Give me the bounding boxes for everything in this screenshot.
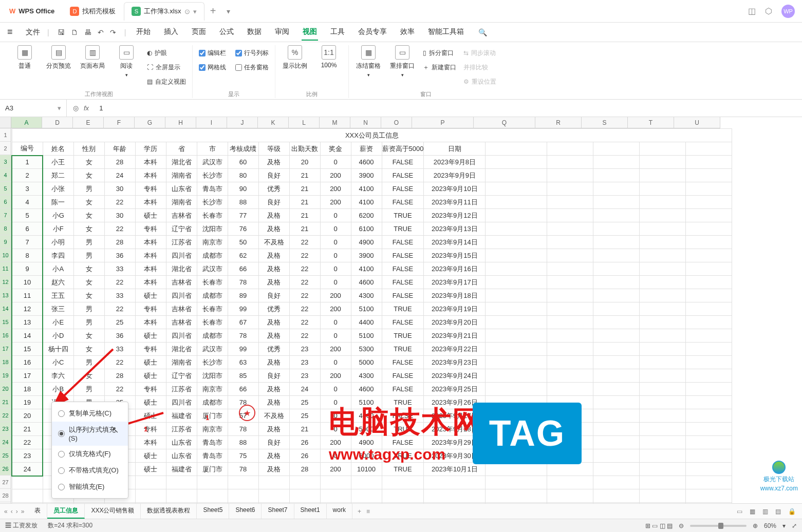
cell[interactable]: 0 <box>320 356 351 369</box>
cell[interactable] <box>258 476 289 489</box>
row-header[interactable]: 1 <box>0 128 11 142</box>
header-cell[interactable] <box>640 142 686 156</box>
cell[interactable]: 女 <box>73 169 104 182</box>
cell[interactable]: 4100 <box>351 196 382 209</box>
row-header[interactable]: 9 <box>0 235 11 249</box>
cell[interactable]: TRUE <box>382 209 424 222</box>
header-cell[interactable]: 市 <box>197 142 228 156</box>
cell[interactable]: 0 <box>320 276 351 289</box>
cube-icon[interactable]: ⬡ <box>765 6 772 16</box>
cell[interactable]: 山东省 <box>166 182 197 196</box>
cell[interactable]: 及格 <box>258 423 289 436</box>
cell[interactable]: 78 <box>228 329 258 343</box>
cell[interactable] <box>228 489 258 503</box>
cell[interactable] <box>593 476 640 489</box>
menu-会员专享[interactable]: 会员专享 <box>357 24 388 41</box>
sheet-tab[interactable]: 员工信息 <box>47 504 85 519</box>
cell[interactable]: 及格 <box>258 316 289 329</box>
cell[interactable]: 22 <box>289 302 320 316</box>
cell[interactable]: 2023年9月21日 <box>424 329 486 343</box>
cell[interactable]: 硕士 <box>135 449 166 463</box>
cell[interactable]: TRUE <box>382 222 424 236</box>
cell[interactable]: 22 <box>289 262 320 276</box>
cell[interactable]: 22 <box>104 302 135 316</box>
cell[interactable]: 长春市 <box>197 209 228 222</box>
col-header-F[interactable]: F <box>104 117 135 128</box>
cell[interactable]: 4400 <box>351 316 382 329</box>
cell[interactable]: 12 <box>12 302 43 316</box>
cell[interactable] <box>486 356 547 369</box>
menu-公式[interactable]: 公式 <box>218 24 235 41</box>
sheet-prev-icon[interactable]: ‹ <box>11 508 13 515</box>
cell[interactable]: 22 <box>289 289 320 302</box>
fill-option[interactable]: 智能填充(E) <box>52 479 128 495</box>
cell[interactable]: 及格 <box>258 356 289 369</box>
cell[interactable] <box>547 329 593 343</box>
cell[interactable]: FALSE <box>382 156 424 169</box>
row-header[interactable]: 25 <box>0 449 11 462</box>
cell[interactable] <box>593 302 640 316</box>
cell[interactable]: FALSE <box>382 383 424 396</box>
fill-option[interactable]: 复制单元格(C) <box>52 405 128 422</box>
cell[interactable]: 专科 <box>135 343 166 356</box>
cell[interactable] <box>486 476 547 489</box>
check-编辑栏[interactable]: 编辑栏 <box>199 47 226 59</box>
cell[interactable]: 专科 <box>135 423 166 436</box>
cell[interactable] <box>593 449 640 463</box>
cell[interactable] <box>486 196 547 209</box>
select-all-corner[interactable] <box>0 117 11 128</box>
cell[interactable]: 沈阳市 <box>197 369 228 383</box>
cell[interactable]: 4100 <box>351 262 382 276</box>
cell[interactable]: 辽宁省 <box>166 369 197 383</box>
cell[interactable]: 23 <box>289 369 320 383</box>
cell[interactable] <box>258 489 289 503</box>
cell[interactable]: TRUE <box>382 302 424 316</box>
row-header[interactable]: 19 <box>0 369 11 382</box>
eyecare-button[interactable]: ◐护眼 <box>147 47 186 59</box>
cell[interactable]: 10 <box>12 276 43 289</box>
header-cell[interactable]: 薪资 <box>351 142 382 156</box>
cell[interactable] <box>686 236 732 249</box>
cell[interactable]: 湖北省 <box>166 262 197 276</box>
menu-审阅[interactable]: 审阅 <box>274 24 290 41</box>
cell[interactable] <box>640 369 686 383</box>
header-cell[interactable] <box>486 142 547 156</box>
sheet-tab[interactable]: Sheet7 <box>262 504 294 519</box>
header-cell[interactable]: 考核成绩 <box>228 142 258 156</box>
cell[interactable] <box>640 182 686 196</box>
cell[interactable]: 200 <box>320 369 351 383</box>
cell[interactable]: 2023年9月11日 <box>424 196 486 209</box>
print-icon[interactable]: 🖶 <box>84 28 91 36</box>
cell[interactable]: 200 <box>320 196 351 209</box>
sheet-tab[interactable]: Sheet1 <box>294 504 327 519</box>
cell[interactable]: 良好 <box>258 196 289 209</box>
cell[interactable]: 60 <box>228 156 258 169</box>
cell[interactable]: 湖南省 <box>166 169 197 182</box>
cell[interactable]: 25 <box>289 409 320 423</box>
cell[interactable]: 99 <box>228 302 258 316</box>
cell[interactable]: 优秀 <box>258 343 289 356</box>
cell[interactable]: 2023年9月8日 <box>424 156 486 169</box>
cell[interactable]: 28 <box>104 236 135 249</box>
cell[interactable]: 硕士 <box>135 289 166 302</box>
cell[interactable]: 女 <box>73 156 104 169</box>
cell[interactable]: 专科 <box>135 383 166 396</box>
menu-插入[interactable]: 插入 <box>163 24 179 41</box>
cell[interactable]: 成都市 <box>197 289 228 302</box>
cell[interactable] <box>593 156 640 169</box>
cell[interactable] <box>640 449 686 463</box>
menu-开始[interactable]: 开始 <box>135 24 152 41</box>
sheet-tab[interactable]: work <box>327 504 352 519</box>
cell[interactable]: 11 <box>12 289 43 302</box>
cell[interactable] <box>547 249 593 262</box>
cell[interactable]: FALSE <box>382 369 424 383</box>
cell[interactable]: 4100 <box>351 182 382 196</box>
cell[interactable]: 女 <box>73 209 104 222</box>
cell[interactable]: 88 <box>228 436 258 449</box>
cell[interactable]: 21 <box>289 423 320 436</box>
cell[interactable] <box>593 423 640 436</box>
fill-option[interactable]: 仅填充格式(F) <box>52 446 128 462</box>
zoom-in-icon[interactable]: ⊕ <box>753 522 758 529</box>
cell[interactable] <box>686 182 732 196</box>
cell[interactable]: 良好 <box>258 169 289 182</box>
